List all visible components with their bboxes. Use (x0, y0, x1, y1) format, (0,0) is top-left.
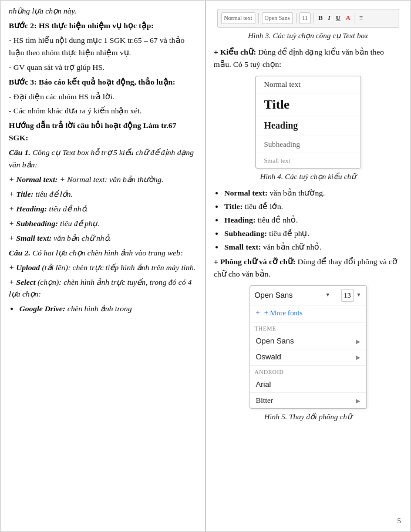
font-item-oswald[interactable]: Oswald ▶ (250, 349, 366, 365)
font-more-btn[interactable]: + + More fonts (250, 305, 366, 322)
q1-item-3: + Subheading: tiêu đề phụ. (9, 218, 197, 230)
font-header-size: 13 (341, 289, 354, 302)
plus-icon: + (256, 309, 260, 317)
left-column: những lựa chọn này. Bước 2: HS thực hiện… (1, 1, 206, 531)
fig5-caption: Hình 5. Thay đổi phông chữ (214, 411, 402, 423)
toolbar-image: Normal text Open Sans 11 B I U A ≡ (217, 9, 399, 28)
bullet-list: Google Drive: chèn hình ảnh trong (19, 303, 197, 315)
style-item-heading: Heading (256, 116, 361, 136)
toolbar-size: 11 (299, 12, 311, 24)
font-name-open-sans: Open Sans (256, 335, 294, 347)
font-item-bitter[interactable]: Bitter ▶ (250, 393, 366, 408)
fig3-caption: Hình 3. Các tuỳ chọn công cụ Text box (214, 30, 402, 42)
font-item-open-sans[interactable]: Open Sans ▶ (250, 334, 366, 349)
font-name-arial: Arial (256, 379, 271, 390)
page-number: 5 (397, 516, 402, 526)
toolbar-divider-1 (258, 13, 259, 23)
step2-line-2: - GV quan sát và trợ giúp HS. (9, 62, 197, 74)
toolbar-align-btn[interactable]: ≡ (358, 13, 364, 23)
q2-item-0: + Upload (tải lên): chèn trực tiếp hình … (9, 262, 197, 274)
style-item-small-text: Small text (256, 153, 361, 168)
step3-heading: Bước 3: Báo cáo kết quả hoạt động, thảo … (9, 76, 197, 89)
bitter-arrow-icon: ▶ (356, 396, 361, 406)
style-list-box: Normal text Title Heading Subheading Sma… (255, 76, 361, 169)
open-sans-arrow-icon: ▶ (356, 337, 361, 346)
step3-line-1: - Đại diện các nhóm HS trả lời. (9, 91, 197, 103)
font-item-arial[interactable]: Arial (250, 377, 366, 393)
kieu-chu-intro: + Kiểu chữ: Dùng để định dạng kiểu văn b… (214, 46, 402, 71)
step3-line-2: - Các nhóm khác đưa ra ý kiến nhận xét. (9, 105, 197, 117)
font-header: Open Sans ▼ 13 ▼ (250, 286, 366, 306)
toolbar-bold-btn[interactable]: B (317, 13, 324, 23)
list-item: Google Drive: chèn hình ảnh trong (19, 303, 197, 315)
style-item-normal: Normal text (256, 76, 361, 93)
right-list-item-2: Heading: tiêu đề nhỏ. (224, 214, 402, 227)
font-dropdown-box: Open Sans ▼ 13 ▼ + + More fonts THEME Op… (250, 285, 367, 409)
font-android-label: ANDROID (250, 366, 366, 378)
oswald-arrow-icon: ▶ (356, 353, 361, 362)
guide-heading: Hướng dẫn trả lời câu hỏi hoạt động Làm … (9, 120, 197, 144)
right-list-item-0: Normal text: văn bản thường. (224, 187, 402, 200)
right-list-item-3: Subheading: tiêu đề phụ. (224, 228, 402, 240)
phong-chu-intro: + Phông chữ và cỡ chữ: Dùng để thay đổi … (214, 256, 402, 281)
style-item-title: Title (256, 93, 361, 116)
q1: Câu 1. Công cụ Text box hỗ trợ 5 kiểu ch… (9, 147, 197, 171)
q2-item-1: + Select (chọn): chèn hình ảnh trực tuyế… (9, 277, 197, 301)
intro-text: những lựa chọn này. (9, 5, 197, 18)
font-name-bitter: Bitter (256, 395, 274, 406)
style-item-subheading: Subheading (256, 136, 361, 153)
toolbar-style: Normal text (221, 12, 255, 24)
q1-item-1: + Title: tiêu đề lớn. (9, 188, 197, 201)
font-name-oswald: Oswald (256, 351, 281, 363)
toolbar-divider-4 (355, 13, 355, 23)
toolbar-divider-2 (296, 13, 297, 23)
q2: Câu 2. Có hai lựa chọn chèn hình ảnh vào… (9, 247, 197, 260)
font-header-name: Open Sans (255, 289, 323, 301)
q1-item-2: + Heading: tiêu đề nhỏ. (9, 203, 197, 216)
q1-item-0: + Normal text: + Normal text: văn bản th… (9, 174, 197, 186)
q1-item-4: + Small text: văn bản chữ nhỏ. (9, 233, 197, 245)
step2-line-1: - HS tìm hiểu nội dung mục 1 SGK tr.65 –… (9, 35, 197, 59)
font-theme-label: THEME (250, 322, 366, 334)
toolbar-font: Open Sans (262, 12, 293, 24)
toolbar-underline-btn[interactable]: U (335, 13, 342, 23)
toolbar-color-btn[interactable]: A (345, 13, 352, 23)
right-bullet-list: Normal text: văn bản thường. Title: tiêu… (224, 187, 402, 254)
size-dropdown-arrow: ▼ (356, 291, 362, 299)
step2-heading: Bước 2: HS thực hiện nhiệm vụ học tập: (9, 20, 197, 32)
fig4-caption: Hình 4. Các tuỳ chọn kiểu chữ (214, 171, 402, 183)
toolbar-italic-btn[interactable]: I (327, 13, 332, 23)
toolbar-divider-3 (314, 13, 314, 23)
right-column: Normal text Open Sans 11 B I U A ≡ Hình … (206, 1, 410, 531)
page: những lựa chọn này. Bước 2: HS thực hiện… (0, 0, 411, 532)
right-list-item-4: Small text: văn bản chữ nhỏ. (224, 241, 402, 254)
right-list-item-1: Title: tiêu đề lớn. (224, 201, 402, 213)
font-dropdown-arrow: ▼ (325, 291, 331, 299)
